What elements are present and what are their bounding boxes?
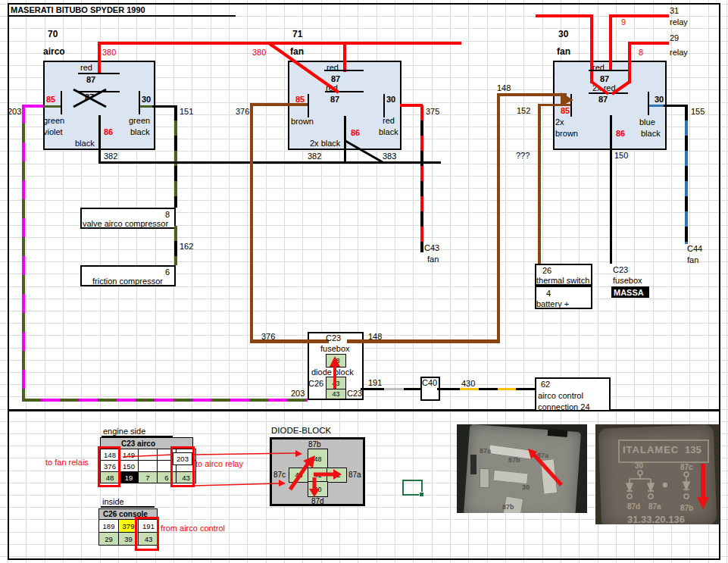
- wire-red-v-r71: [343, 42, 346, 72]
- c26-cell: 29: [99, 533, 119, 546]
- r70-tick85: [61, 91, 62, 114]
- r71-red1: red: [327, 63, 339, 72]
- section-divider: [8, 409, 720, 411]
- photo2-brand: ITALAMEC: [623, 444, 679, 455]
- r30-tick85: [570, 94, 572, 117]
- wire-red-375-stub: [400, 104, 423, 107]
- r71-86: 86: [351, 128, 360, 137]
- wire-375-vertical: [420, 105, 423, 252]
- wire-label-382b: 382: [308, 152, 321, 161]
- diode-cell-48: 48: [308, 449, 328, 469]
- diode-cell-42: 42: [327, 468, 347, 483]
- r71-30: 30: [386, 95, 395, 104]
- r30-tick30: [648, 92, 649, 115]
- r70-30: 30: [142, 95, 151, 104]
- wire-black-86-r70: [98, 115, 101, 164]
- wire-red-v-782: [590, 14, 593, 83]
- r70-85: 85: [46, 95, 55, 104]
- c43-label2: fan: [427, 255, 439, 264]
- wire-150-vertical: [610, 115, 612, 264]
- friction-number: 6: [165, 267, 170, 277]
- thermal-number: 26: [542, 266, 551, 275]
- photo2-30: 30: [635, 461, 643, 470]
- battery-label: battery +: [536, 299, 569, 308]
- r70-86: 86: [104, 127, 113, 136]
- wiring-diagram-sheet[interactable]: 48 43 43: [0, 0, 728, 563]
- diode-cell-43: 43: [289, 468, 309, 483]
- r70-green1: green: [43, 116, 64, 125]
- r30-2xred: 2x red: [592, 83, 616, 92]
- mini-fusebox-label: fusebox: [320, 344, 350, 353]
- r70-bar87: [78, 73, 120, 74]
- valve-number: 8: [165, 210, 170, 219]
- wire-red-31b: [609, 14, 669, 17]
- wire-black-86-r71: [344, 116, 346, 163]
- c44-label1: C44: [687, 244, 702, 253]
- valve-label: valve airco compressor: [83, 219, 168, 228]
- r71-85: 85: [295, 95, 305, 104]
- mini-cell-48: 48: [326, 354, 346, 368]
- wire-brown-148-vertical: [497, 93, 500, 343]
- photo1-label-87a-right: 87a: [537, 452, 548, 459]
- c23airco-cell: 149: [120, 449, 139, 461]
- wire-label-unknown: ???: [516, 151, 530, 160]
- fill-handle[interactable]: [419, 492, 424, 497]
- c44-label2: fan: [687, 255, 698, 264]
- r70-tick30: [139, 91, 140, 114]
- relay70-number: 70: [48, 30, 58, 39]
- diode-pin-87d: 87d: [311, 497, 324, 505]
- wire-430-yellow2: [498, 388, 516, 390]
- mini-c23-bottom: C23: [347, 389, 362, 398]
- inside-label: inside: [102, 497, 124, 506]
- wire-red-29: [628, 42, 669, 45]
- diode-cell-40: 40: [308, 481, 328, 497]
- c43-label1: C43: [424, 243, 439, 252]
- to-fan-relais-label: to fan relais: [45, 458, 89, 467]
- relay31-number: 31: [670, 6, 679, 15]
- r70-87-crossed: 87: [85, 92, 94, 102]
- r30-black: black: [641, 129, 661, 138]
- wire-brown-148-h: [497, 93, 567, 96]
- c23airco-highlight-col1: [98, 446, 120, 487]
- wire-brown-376-vertical: [250, 103, 253, 343]
- friction-label: friction compressor: [92, 277, 163, 286]
- photo1-label-87b-bottom: 87b: [502, 503, 514, 511]
- r30-red: red: [592, 63, 605, 72]
- wire-191-gray: [384, 388, 404, 390]
- wire-label-376b: 376: [261, 332, 275, 341]
- wire-label-162: 162: [180, 242, 193, 251]
- r30-86: 86: [616, 129, 625, 138]
- wire-191-b: [404, 388, 420, 390]
- wire-label-155: 155: [691, 107, 705, 116]
- r71-tick85: [308, 94, 309, 117]
- r71-brown: brown: [291, 117, 314, 126]
- relay30-number: 30: [558, 30, 568, 39]
- wire-red-v-r70: [98, 42, 101, 74]
- wire-430-yellow1: [460, 388, 479, 390]
- wire-blue-stub: [649, 105, 665, 107]
- wire-red-top: [98, 42, 461, 45]
- r70-green2: green: [129, 116, 150, 125]
- active-cell-cursor[interactable]: [402, 480, 423, 496]
- mini-cell-43b: 43: [326, 389, 346, 399]
- wire-label-150: 150: [614, 151, 628, 160]
- photo1-label-87a-left: 87a: [480, 447, 491, 455]
- r30-87a: 87: [600, 74, 609, 83]
- r71-2xblack: 2x black: [310, 139, 340, 148]
- relay30-name: fan: [557, 47, 570, 57]
- wire-label-148a: 148: [497, 83, 511, 92]
- wire-155-vertical: [685, 105, 688, 244]
- wire-black-155-stub: [664, 105, 688, 107]
- diode-block-title: DIODE-BLOCK: [271, 426, 331, 436]
- c26-cell: 189: [99, 520, 119, 533]
- r30-bar87b: [589, 92, 628, 94]
- r70-black3: black: [75, 139, 95, 148]
- title-underline: [8, 15, 236, 17]
- wire-label-203: 203: [8, 107, 21, 116]
- relay-photo-pins: 87a 87b 87a 30 87b: [457, 424, 587, 513]
- relay71-number: 71: [292, 30, 302, 39]
- r71-red3: red: [383, 116, 395, 125]
- r71-red2: red: [326, 83, 338, 92]
- photo2-87c: 87c: [680, 463, 693, 471]
- massa-label: MASSA: [614, 288, 644, 297]
